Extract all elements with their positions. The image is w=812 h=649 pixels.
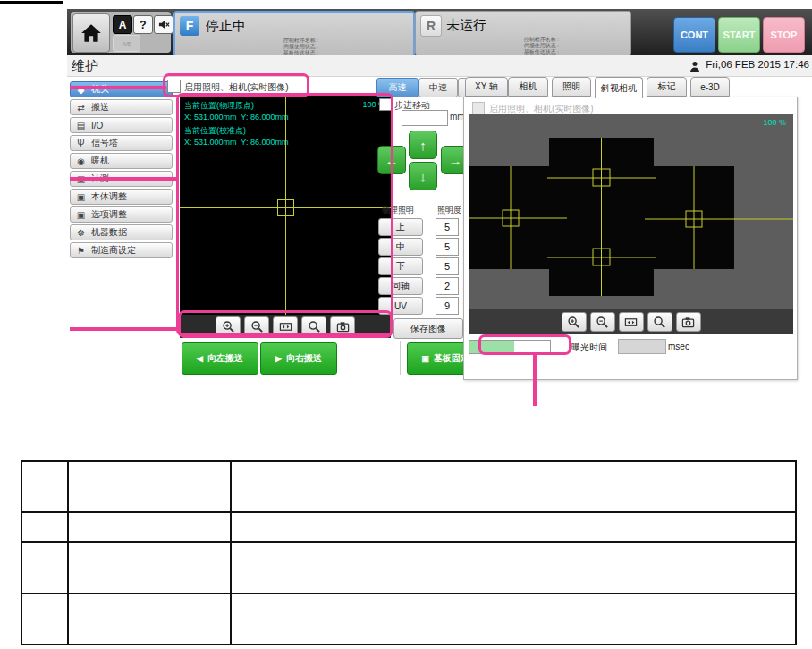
convey-left-button[interactable]: ◀ 向左搬送: [182, 342, 258, 375]
signal-tower-icon: Ψ: [76, 139, 86, 148]
camera-capture-button[interactable]: [330, 316, 355, 336]
tab-camera[interactable]: 相机: [508, 77, 548, 97]
cont-button[interactable]: CONT: [673, 17, 715, 53]
help-button[interactable]: ?: [133, 15, 153, 34]
oblique-camera-panel: 启用照明、相机(实时图像) 100 %: [463, 97, 798, 380]
exposure-time-input[interactable]: [618, 339, 666, 354]
sidebar-item-signal-tower[interactable]: Ψ 信号塔: [70, 135, 173, 151]
light-uv-value[interactable]: 9: [436, 297, 459, 315]
save-image-button[interactable]: 保存图像: [393, 318, 463, 339]
zoom-reset-button[interactable]: [647, 312, 672, 332]
table-cell: [68, 512, 231, 542]
start-button[interactable]: START: [718, 17, 760, 53]
rp-enable-checkbox[interactable]: [472, 102, 485, 114]
sidebar-item-label: 制造商设定: [91, 244, 136, 257]
sidebar-item-body-adjust[interactable]: ▣ 本体调整: [70, 189, 173, 205]
table-cell: [68, 461, 231, 512]
sidebar-item-option-adjust[interactable]: ▣ 选项调整: [70, 206, 173, 223]
jog-distance-input[interactable]: [402, 110, 448, 126]
light-coaxial-button[interactable]: 同轴: [378, 277, 423, 295]
mute-button[interactable]: [154, 15, 173, 34]
home-cluster: A ? A/B: [71, 12, 171, 53]
sidebar-item-io[interactable]: ▤ I/O: [70, 117, 173, 133]
arrow-right-icon: →: [449, 153, 462, 168]
crop-artifact-line: [0, 1, 63, 4]
convey-right-button[interactable]: ▶ 向右搬送: [260, 342, 337, 375]
table-cell: [231, 461, 796, 512]
status-f-details: 控制程序名称 : 伺服使用状态 : 基板传送状态 :: [184, 38, 318, 56]
home-icon: [80, 21, 103, 45]
sidebar-item-label: I/O: [91, 121, 103, 131]
progress-bar: [469, 340, 551, 354]
tab-xy-axis[interactable]: XY 轴: [465, 77, 508, 97]
crosshair-target-square: [277, 199, 294, 216]
status-r-detail-line: 伺服使用状态 :: [425, 43, 559, 49]
convey-right-icon: ▶: [275, 354, 282, 363]
monitor-icon: ▣: [76, 210, 86, 220]
tab-e3d[interactable]: e-3D: [690, 77, 730, 97]
tab-lighting[interactable]: 照明: [552, 77, 591, 97]
ab-toggle-button[interactable]: A/B: [113, 35, 140, 52]
main-camera-view[interactable]: 当前位置(物理原点) 100 % X: 531.000mm Y: 86.000m…: [180, 96, 391, 315]
position-calibration-title: 当前位置(校准点): [184, 125, 246, 137]
sidebar-item-measure[interactable]: ▣ 计测: [70, 171, 173, 187]
speed-high-button[interactable]: 高速: [376, 78, 419, 97]
sidebar-item-manufacturer[interactable]: ⚑ 制造商设定: [70, 242, 173, 258]
flag-icon: ⚑: [76, 246, 86, 256]
light-top-value[interactable]: 5: [436, 218, 459, 236]
zoom-fit-button[interactable]: [273, 316, 298, 336]
datetime: Fri,06 FEB 2015 17:46: [706, 59, 809, 70]
enable-light-camera-checkbox[interactable]: [167, 80, 181, 93]
light-uv-button[interactable]: UV: [378, 297, 423, 315]
table-cell: [21, 594, 68, 645]
enable-light-camera-label: 启用照明、相机(实时图像): [184, 81, 289, 94]
light-bottom-button[interactable]: 下: [378, 257, 423, 275]
table-cell: [21, 461, 68, 512]
light-middle-button[interactable]: 中: [378, 238, 423, 256]
zoom-in-button[interactable]: [562, 312, 587, 332]
zoom-in-button[interactable]: [216, 316, 241, 336]
language-button[interactable]: A: [113, 15, 132, 34]
tab-oblique-camera[interactable]: 斜视相机: [595, 77, 643, 98]
exposure-time-label: 曝光时间: [571, 341, 607, 354]
status-panel-f[interactable]: F 停止中 控制程序名称 : 伺服使用状态 : 基板传送状态 :: [173, 11, 415, 57]
head-icon: ◆: [76, 85, 86, 95]
sidebar-item-label: 选项调整: [91, 208, 127, 221]
conveyor-icon: ⇄: [76, 103, 86, 113]
right-zoom-toolbar: [469, 309, 793, 334]
io-icon: ▤: [76, 121, 86, 131]
sidebar-item-transport[interactable]: ⇄ 搬送: [70, 99, 173, 115]
sidebar-item-warmup[interactable]: ◉ 暖机: [70, 153, 173, 169]
table-cell: [68, 594, 231, 645]
zoom-out-button[interactable]: [244, 316, 269, 336]
zoom-reset-button[interactable]: [301, 316, 326, 336]
tab-mark[interactable]: 标记: [647, 77, 687, 97]
stop-button[interactable]: STOP: [763, 17, 805, 53]
light-middle-value[interactable]: 5: [436, 238, 459, 256]
jog-up-button[interactable]: ↑: [409, 131, 437, 159]
status-panel-r[interactable]: R 未运行 控制程序名称 : 伺服使用状态 : 基板传送状态 :: [415, 11, 631, 55]
status-r-details: 控制程序名称 : 伺服使用状态 : 基板传送状态 :: [425, 37, 559, 55]
camera-capture-button[interactable]: [676, 312, 701, 332]
sidebar-item-label: 信号塔: [91, 137, 118, 149]
table-cell: [21, 512, 68, 542]
zoom-fit-button[interactable]: [619, 312, 644, 332]
jog-left-button[interactable]: ←: [377, 146, 406, 174]
oblique-camera-graphics: [469, 114, 793, 309]
sidebar-item-label: 机器数据: [91, 226, 127, 239]
jog-down-button[interactable]: ↓: [409, 162, 437, 190]
sidebar-item-machine-data[interactable]: ☸ 机器数据: [70, 224, 173, 240]
light-bottom-value[interactable]: 5: [436, 257, 459, 275]
zoom-out-button[interactable]: [590, 312, 615, 332]
sidebar-item-label: 搬送: [91, 101, 109, 114]
convey-right-label: 向右搬送: [286, 352, 322, 365]
light-coaxial-value[interactable]: 2: [436, 277, 459, 295]
step-move-checkbox[interactable]: [379, 98, 392, 111]
annotation-line-3: [70, 327, 177, 331]
light-top-button[interactable]: 上: [378, 218, 423, 236]
home-button[interactable]: [72, 13, 110, 53]
speed-medium-button[interactable]: 中速: [419, 78, 458, 97]
oblique-camera-view[interactable]: 100 %: [469, 114, 793, 309]
sidebar-item-head[interactable]: ◆ 机头: [70, 81, 173, 97]
progress-fill: [469, 341, 514, 353]
